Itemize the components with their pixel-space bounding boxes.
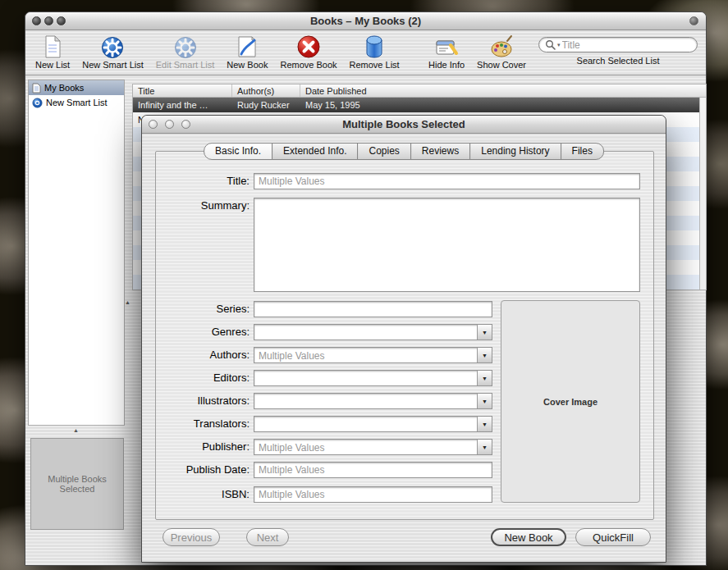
column-header-authors[interactable]: Author(s) bbox=[232, 84, 300, 97]
zoom-button[interactable] bbox=[57, 16, 66, 25]
remove-list-button[interactable]: Remove List bbox=[350, 34, 400, 70]
info-panel-icon bbox=[434, 34, 459, 59]
zoom-button[interactable] bbox=[181, 120, 190, 129]
preview-scroll-up-arrow-icon[interactable]: ▲ bbox=[73, 427, 79, 433]
tab-copies[interactable]: Copies bbox=[357, 143, 410, 160]
chevron-down-icon[interactable]: ▼ bbox=[477, 394, 492, 408]
sidebar-item-new-smart-list[interactable]: New Smart List bbox=[29, 95, 124, 110]
main-titlebar[interactable]: Books – My Books (2) bbox=[25, 12, 706, 30]
close-button[interactable] bbox=[149, 120, 158, 129]
search-input[interactable] bbox=[562, 39, 691, 51]
summary-field[interactable] bbox=[254, 198, 640, 292]
cover-image-well[interactable]: Cover Image bbox=[501, 300, 640, 503]
title-label: Title: bbox=[163, 173, 250, 189]
series-label: Series: bbox=[163, 301, 250, 317]
toolbar-label: Show Cover bbox=[477, 60, 526, 70]
desktop: { "main": { "title": "Books – My Books (… bbox=[0, 0, 728, 570]
book-icon bbox=[236, 34, 259, 59]
series-field[interactable] bbox=[254, 301, 492, 317]
toolbar-label: Remove Book bbox=[280, 60, 337, 70]
main-toolbar: New List New Smart List bbox=[25, 30, 706, 75]
cell-authors: Rudy Rucker bbox=[232, 100, 300, 110]
toolbar-toggle-button[interactable] bbox=[689, 16, 698, 25]
publish-date-field[interactable] bbox=[254, 462, 492, 478]
publisher-combo[interactable]: Multiple Values ▼ bbox=[254, 439, 492, 455]
sidebar-item-label: New Smart List bbox=[46, 98, 108, 107]
tab-files[interactable]: Files bbox=[561, 143, 604, 160]
title-field[interactable] bbox=[254, 173, 640, 189]
table-row[interactable]: Infinity and the … Rudy Rucker May 15, 1… bbox=[133, 98, 699, 112]
dialog-title: Multiple Books Selected bbox=[342, 118, 465, 130]
new-book-button[interactable]: New Book bbox=[491, 528, 566, 546]
minimize-button[interactable] bbox=[44, 16, 53, 25]
show-cover-button[interactable]: Show Cover bbox=[477, 34, 526, 70]
previous-button[interactable]: Previous bbox=[163, 528, 220, 546]
basic-info-panel: Title: Summary: Series: Genres: ▼ Author… bbox=[155, 151, 654, 520]
illustrators-combo[interactable]: ▼ bbox=[254, 393, 492, 409]
publisher-value: Multiple Values bbox=[259, 442, 324, 454]
palette-icon bbox=[489, 34, 514, 59]
publisher-label: Publisher: bbox=[163, 439, 250, 455]
editors-label: Editors: bbox=[163, 370, 250, 386]
tab-basic-info[interactable]: Basic Info. bbox=[204, 143, 272, 160]
chevron-down-icon[interactable]: ▼ bbox=[477, 348, 492, 363]
cover-preview-text: Multiple Books Selected bbox=[44, 474, 110, 494]
tab-lending-history[interactable]: Lending History bbox=[469, 143, 561, 160]
toolbar-label: Edit Smart List bbox=[156, 60, 215, 70]
info-tabs: Basic Info. Extended Info. Copies Review… bbox=[204, 143, 604, 160]
genres-combo[interactable]: ▼ bbox=[254, 324, 492, 340]
search-area: ▾ Search Selected List bbox=[538, 34, 698, 66]
edit-smart-list-button: Edit Smart List bbox=[156, 34, 215, 70]
column-header-title[interactable]: Title bbox=[133, 84, 232, 97]
main-window-title: Books – My Books (2) bbox=[310, 15, 421, 27]
window-controls bbox=[32, 16, 66, 25]
cover-image-label: Cover Image bbox=[543, 397, 598, 407]
chevron-down-icon[interactable]: ▼ bbox=[477, 440, 492, 454]
authors-label: Authors: bbox=[163, 347, 250, 363]
translators-label: Translators: bbox=[163, 416, 250, 432]
column-header-date-published[interactable]: Date Published bbox=[300, 84, 706, 97]
table-vertical-scrollbar[interactable] bbox=[699, 98, 706, 290]
minimize-button[interactable] bbox=[165, 120, 174, 129]
new-smart-list-button[interactable]: New Smart List bbox=[82, 34, 144, 70]
authors-combo[interactable]: Multiple Values ▼ bbox=[254, 347, 492, 363]
red-x-icon bbox=[296, 34, 321, 59]
quickfill-button[interactable]: QuickFill bbox=[575, 528, 651, 546]
isbn-field[interactable] bbox=[254, 486, 492, 503]
remove-book-button[interactable]: Remove Book bbox=[280, 34, 337, 70]
chevron-down-icon[interactable]: ▼ bbox=[477, 371, 492, 385]
multiple-books-dialog: Multiple Books Selected Basic Info. Exte… bbox=[141, 115, 666, 563]
search-field[interactable]: ▾ bbox=[538, 37, 698, 52]
sidebar-item-my-books[interactable]: My Books bbox=[29, 80, 124, 95]
chevron-down-icon[interactable]: ▼ bbox=[477, 417, 492, 431]
authors-value: Multiple Values bbox=[259, 350, 324, 362]
hide-info-button[interactable]: Hide Info bbox=[428, 34, 465, 70]
tab-reviews[interactable]: Reviews bbox=[410, 143, 470, 160]
smart-gear-disabled-icon bbox=[173, 34, 198, 59]
lists-sidebar: My Books New Smart List bbox=[28, 80, 125, 426]
tab-extended-info[interactable]: Extended Info. bbox=[272, 143, 358, 160]
new-book-button[interactable]: New Book bbox=[227, 34, 268, 70]
summary-label: Summary: bbox=[163, 198, 250, 214]
sidebar-scroll-up-arrow-icon[interactable]: ▲ bbox=[125, 299, 130, 305]
window-controls bbox=[149, 120, 190, 129]
cover-preview-pane: Multiple Books Selected bbox=[30, 438, 124, 530]
toolbar-label: New List bbox=[35, 60, 70, 70]
toolbar-label: New Book bbox=[227, 60, 268, 70]
smart-gear-icon bbox=[32, 98, 43, 108]
document-icon bbox=[42, 34, 63, 59]
smart-gear-icon bbox=[100, 34, 125, 59]
dialog-titlebar[interactable]: Multiple Books Selected bbox=[142, 116, 666, 134]
search-menu-caret-icon[interactable]: ▾ bbox=[557, 42, 561, 48]
new-list-button[interactable]: New List bbox=[35, 34, 70, 70]
close-button[interactable] bbox=[32, 16, 41, 25]
editors-combo[interactable]: ▼ bbox=[254, 370, 492, 386]
translators-combo[interactable]: ▼ bbox=[254, 416, 492, 432]
chevron-down-icon[interactable]: ▼ bbox=[477, 325, 492, 340]
next-button[interactable]: Next bbox=[246, 528, 289, 546]
toolbar-label: Hide Info bbox=[428, 60, 465, 70]
isbn-label: ISBN: bbox=[163, 486, 250, 503]
toolbar-label: Remove List bbox=[350, 60, 400, 70]
illustrators-label: Illustrators: bbox=[163, 393, 250, 409]
sidebar-item-label: My Books bbox=[44, 83, 84, 93]
